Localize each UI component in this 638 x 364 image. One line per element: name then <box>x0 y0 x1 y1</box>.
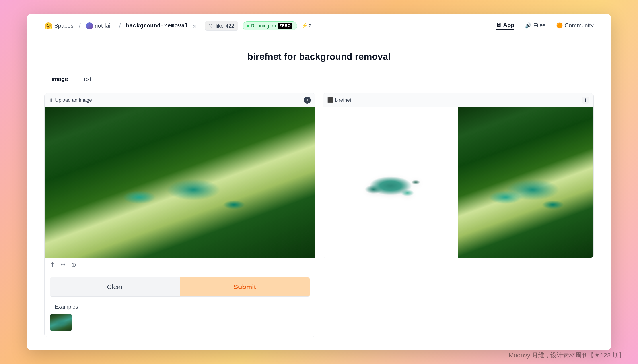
output-panel: ⬛ birefnet ⬇ <box>323 93 594 258</box>
nav-left: 🤗 Spaces / not-lain / background-removal… <box>44 21 489 30</box>
like-count: 422 <box>225 23 234 29</box>
page-title: birefnet for background removal <box>44 51 594 62</box>
nav-community[interactable]: 🟠 Community <box>556 22 594 30</box>
user-name: not-lain <box>95 22 114 29</box>
output-original-overlay <box>458 107 593 258</box>
nav-app[interactable]: 🖥 App <box>496 22 514 30</box>
like-button[interactable]: ♡ like 422 <box>205 21 238 30</box>
gpu-icon: ⚡ <box>302 23 307 29</box>
image-toolbar: ⬆ ⚙ ⊕ <box>45 258 315 272</box>
nav-right: 🖥 App 🔊 Files 🟠 Community <box>496 22 594 30</box>
input-image-container[interactable] <box>45 107 315 258</box>
community-label: Community <box>565 22 594 29</box>
main-content: birefnet for background removal image te… <box>27 38 611 350</box>
output-transparent-bg <box>323 107 458 258</box>
toolbar-add-icon[interactable]: ⊕ <box>71 261 76 268</box>
upload-text: Upload an image <box>55 97 92 103</box>
examples-label: ≡ Examples <box>50 304 310 310</box>
gpu-info: ⚡ 2 <box>302 23 311 29</box>
output-label: ⬛ birefnet <box>327 97 351 103</box>
toolbar-upload-icon[interactable]: ⬆ <box>50 261 55 268</box>
repo-name[interactable]: background-removal <box>126 22 188 29</box>
input-panel-header: ⬆ Upload an image ✕ <box>45 94 315 107</box>
example-thumbnail[interactable] <box>50 314 72 331</box>
like-label: like <box>216 23 224 29</box>
tabs-bar: image text <box>44 72 594 86</box>
input-panel-close[interactable]: ✕ <box>304 96 311 104</box>
community-icon: 🟠 <box>556 22 563 28</box>
spaces-emoji: 🤗 <box>44 22 53 30</box>
input-panel: ⬆ Upload an image ✕ ⬆ ⚙ ⊕ Clear Su <box>44 93 315 337</box>
chameleon-cutout <box>348 147 433 218</box>
running-badge: Running on ZERO <box>243 22 297 30</box>
user-avatar <box>86 22 93 30</box>
examples-text: Examples <box>55 304 78 310</box>
files-label: Files <box>533 22 546 29</box>
submit-button[interactable]: Submit <box>180 278 310 296</box>
app-window: 🤗 Spaces / not-lain / background-removal… <box>27 14 611 350</box>
example-thumb-image <box>50 314 72 331</box>
output-panel-header: ⬛ birefnet ⬇ <box>323 94 593 107</box>
app-label: App <box>503 22 514 28</box>
gpu-count: 2 <box>309 23 311 29</box>
action-buttons: Clear Submit <box>50 277 310 297</box>
running-label: Running on <box>251 23 276 29</box>
upload-icon: ⬆ <box>49 97 53 103</box>
output-image-area <box>323 107 593 258</box>
output-label-text: birefnet <box>335 97 351 103</box>
examples-section: ≡ Examples <box>50 304 310 331</box>
running-dot <box>247 25 249 27</box>
breadcrumb-separator: / <box>79 22 81 30</box>
copy-icon[interactable]: ⎘ <box>193 23 195 29</box>
examples-icon: ≡ <box>50 304 53 310</box>
breadcrumb-separator-2: / <box>119 22 121 30</box>
panels-container: ⬆ Upload an image ✕ ⬆ ⚙ ⊕ Clear Su <box>44 93 594 337</box>
files-icon: 🔊 <box>525 22 532 28</box>
output-overlay-image <box>458 107 593 258</box>
upload-label[interactable]: ⬆ Upload an image <box>49 97 92 103</box>
spaces-badge[interactable]: 🤗 Spaces <box>44 22 74 30</box>
input-image <box>45 107 315 258</box>
output-download-btn[interactable]: ⬇ <box>582 96 589 104</box>
footer-text: Moonvy 月维，设计素材周刊【＃128 期】 <box>509 352 625 359</box>
clear-button[interactable]: Clear <box>50 278 180 296</box>
output-icon: ⬛ <box>327 97 333 103</box>
tab-text[interactable]: text <box>75 72 99 86</box>
toolbar-settings-icon[interactable]: ⚙ <box>60 261 66 268</box>
tab-image[interactable]: image <box>44 72 75 86</box>
zero-badge: ZERO <box>278 23 292 28</box>
heart-icon: ♡ <box>209 23 214 29</box>
breadcrumb-user[interactable]: not-lain <box>86 22 114 30</box>
footer: Moonvy 月维，设计素材周刊【＃128 期】 <box>509 351 625 360</box>
input-panel-bottom: Clear Submit ≡ Examples <box>45 272 315 336</box>
top-nav: 🤗 Spaces / not-lain / background-removal… <box>27 14 611 38</box>
app-icon: 🖥 <box>496 22 501 28</box>
nav-files[interactable]: 🔊 Files <box>525 22 546 30</box>
spaces-label: Spaces <box>54 22 74 29</box>
